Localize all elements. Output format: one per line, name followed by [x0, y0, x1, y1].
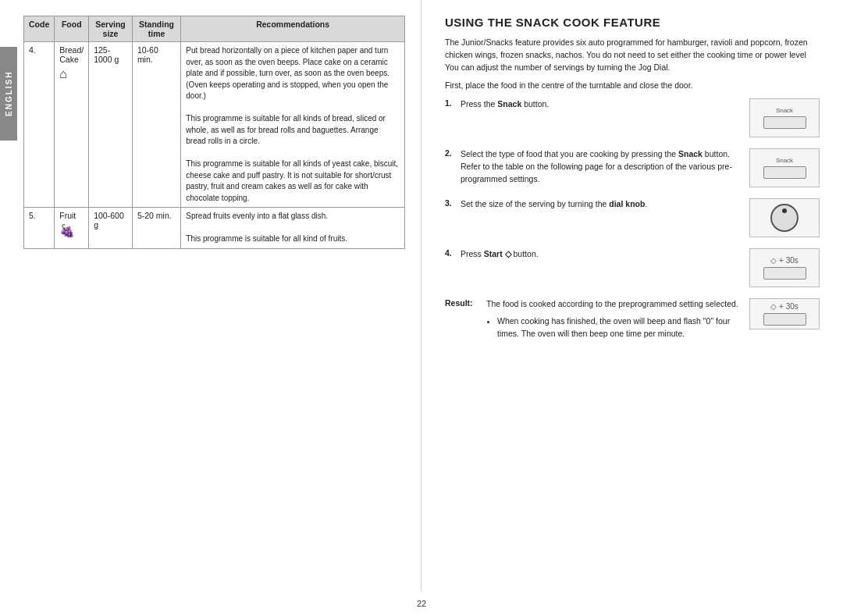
cell-code: 5.: [24, 208, 55, 249]
intro-paragraph-1: The Junior/Snacks feature provides six a…: [445, 37, 820, 73]
result-content: The food is cooked according to the prep…: [486, 298, 743, 341]
step-4-number: 4.: [445, 248, 454, 258]
left-column: Code Food Serving size Standing time Rec…: [0, 0, 422, 591]
result-image: ◇ + 30s: [749, 298, 820, 329]
result-bullets: When cooking has finished, the oven will…: [497, 315, 743, 340]
cell-food: Bread/Cake ⌂: [55, 42, 89, 208]
page-wrapper: ENGLISH Code Food Serving size Standing …: [0, 0, 843, 591]
cell-recommendations: Spread fruits evenly into a flat glass d…: [181, 208, 405, 249]
result-row: Result: The food is cooked according to …: [445, 298, 820, 341]
cell-recommendations: Put bread horizontally on a piece of kit…: [181, 42, 405, 208]
step-1-number: 1.: [445, 98, 454, 108]
snack-label-2: Snack: [776, 157, 793, 164]
snack-button-rect-2: [763, 166, 806, 179]
right-column: USING THE SNACK COOK FEATURE The Junior/…: [422, 0, 843, 591]
step-2-number: 2.: [445, 148, 454, 158]
cell-standing: 10-60 min.: [132, 42, 180, 208]
col-header-serving: Serving size: [89, 16, 133, 42]
cell-code: 4.: [24, 42, 55, 208]
snack-button-rect-1: [763, 116, 806, 129]
step-4-text: Press Start ◇ button.: [461, 248, 743, 261]
step-3-image: [749, 198, 820, 237]
cell-serving: 100-600 g: [89, 208, 133, 249]
result-start-label: ◇ + 30s: [770, 302, 799, 311]
step-2-image: Snack: [749, 148, 820, 187]
snack-label-1: Snack: [776, 107, 793, 114]
intro-paragraph-2: First, place the food in the centre of t…: [445, 80, 820, 92]
cell-standing: 5-20 min.: [132, 208, 180, 249]
start-plus-label: ◇ + 30s: [770, 256, 799, 265]
fruit-icon: 🍇: [59, 223, 84, 238]
table-row: 5. Fruit 🍇 100-600 g 5-20 min. Spread fr…: [24, 208, 405, 249]
step-1-image: Snack: [749, 98, 820, 137]
sidebar-language-label: ENGLISH: [0, 47, 17, 141]
col-header-food: Food: [55, 16, 89, 42]
step-1-text: Press the Snack button.: [461, 98, 743, 111]
section-title: USING THE SNACK COOK FEATURE: [445, 16, 820, 29]
step-1: 1. Press the Snack button. Snack: [445, 98, 820, 137]
step-3-number: 3.: [445, 198, 454, 208]
step-4: 4. Press Start ◇ button. ◇ + 30s: [445, 248, 820, 287]
cell-serving: 125-1000 g: [89, 42, 133, 208]
result-text: The food is cooked according to the prep…: [486, 299, 738, 308]
cell-food: Fruit 🍇: [55, 208, 89, 249]
dial-dot: [782, 208, 787, 213]
result-button-rect: [763, 313, 806, 326]
table-row: 4. Bread/Cake ⌂ 125-1000 g 10-60 min. Pu…: [24, 42, 405, 208]
result-label: Result:: [445, 298, 480, 308]
step-4-image: ◇ + 30s: [749, 248, 820, 287]
step-2: 2. Select the type of food that you are …: [445, 148, 820, 187]
col-header-recommendations: Recommendations: [181, 16, 405, 42]
steps-container: 1. Press the Snack button. Snack 2. Sele…: [445, 98, 820, 287]
step-2-text: Select the type of food that you are coo…: [461, 148, 743, 185]
page-number: 22: [0, 591, 843, 616]
col-header-standing: Standing time: [132, 16, 180, 42]
start-button-rect: [763, 267, 806, 280]
step-3-text: Set the size of the serving by turning t…: [461, 198, 743, 211]
bread-icon: ⌂: [59, 67, 84, 81]
result-bullet-1: When cooking has finished, the oven will…: [497, 315, 743, 340]
step-3: 3. Set the size of the serving by turnin…: [445, 198, 820, 237]
food-table: Code Food Serving size Standing time Rec…: [23, 16, 405, 249]
col-header-code: Code: [24, 16, 55, 42]
dial-knob-icon: [770, 204, 799, 232]
